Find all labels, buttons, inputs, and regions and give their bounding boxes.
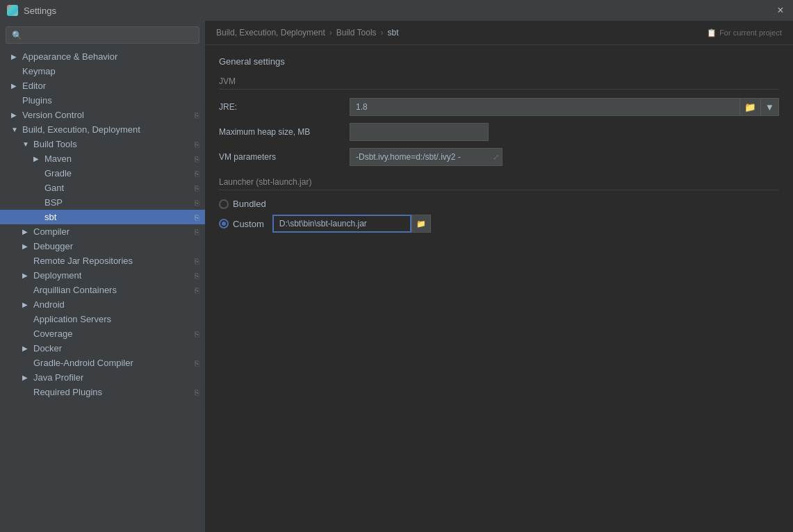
sidebar-item-label: sbt [44, 212, 56, 222]
sidebar-item-editor[interactable]: ▶ Editor [0, 78, 205, 93]
sidebar-item-label: Version Control [22, 110, 84, 120]
sidebar-item-gradle-android[interactable]: Gradle-Android Compiler ⎘ [0, 356, 205, 370]
sidebar-item-gradle[interactable]: Gradle ⎘ [0, 166, 205, 181]
launcher-section: Launcher (sbt-launch.jar) Bundled Custom [219, 177, 779, 233]
custom-row: Custom 📁 [219, 215, 779, 233]
arrow-icon: ▼ [11, 126, 19, 133]
copy-icon: ⎘ [195, 184, 199, 192]
sidebar-item-label: BSP [44, 197, 63, 208]
sidebar: 🔍 ▶ Appearance & Behavior Keymap ▶ Edito… [0, 21, 205, 532]
project-label: 📋 For current project [707, 28, 782, 38]
sidebar-item-build-execution[interactable]: ▼ Build, Execution, Deployment [0, 122, 205, 137]
arrow-icon: ▶ [22, 228, 31, 235]
search-icon: 🔍 [12, 31, 22, 40]
sidebar-item-docker[interactable]: ▶ Docker [0, 341, 205, 356]
sidebar-item-android[interactable]: ▶ Android [0, 297, 205, 312]
right-panel: Build, Execution, Deployment › Build Too… [205, 21, 793, 532]
sidebar-item-label: Deployment [33, 270, 81, 281]
sidebar-item-label: Required Plugins [33, 387, 102, 397]
folder-icon: 📁 [744, 102, 756, 113]
vm-params-label: VM parameters [219, 152, 344, 162]
custom-radio-button[interactable] [219, 219, 229, 228]
sidebar-item-version-control[interactable]: ▶ Version Control ⎘ [0, 108, 205, 122]
sidebar-item-label: Compiler [33, 226, 70, 237]
sidebar-item-arquillian[interactable]: Arquillian Containers ⎘ [0, 283, 205, 297]
sidebar-item-remote-jar[interactable]: Remote Jar Repositories ⎘ [0, 253, 205, 268]
vm-params-container: -Dsbt.ivy.home=d:/sbt/.ivy2 - ⤢ [350, 148, 502, 166]
sidebar-item-build-tools[interactable]: ▼ Build Tools ⎘ [0, 137, 205, 151]
sidebar-item-label: Keymap [22, 66, 56, 76]
copy-icon: ⎘ [195, 169, 199, 178]
arrow-icon: ▶ [22, 374, 31, 381]
copy-icon: ⎘ [195, 257, 199, 265]
sidebar-item-appearance[interactable]: ▶ Appearance & Behavior [0, 49, 205, 64]
sidebar-item-compiler[interactable]: ▶ Compiler ⎘ [0, 224, 205, 239]
sidebar-item-plugins[interactable]: Plugins [0, 93, 205, 108]
chevron-down-icon: ▼ [765, 102, 774, 113]
jre-container: 📁 ▼ [350, 98, 779, 116]
close-button[interactable]: × [775, 5, 786, 16]
title-bar-left: Settings [7, 5, 56, 16]
sidebar-item-label: Application Servers [33, 314, 111, 324]
sidebar-item-label: Plugins [22, 95, 52, 106]
arrow-icon: ▶ [22, 301, 31, 308]
sidebar-item-app-servers[interactable]: Application Servers [0, 312, 205, 326]
copy-icon: ⎘ [195, 199, 199, 207]
jre-row: JRE: 📁 ▼ [219, 98, 779, 116]
custom-label: Custom [233, 219, 264, 229]
copy-icon: ⎘ [195, 286, 199, 294]
bundled-radio-button[interactable] [219, 199, 229, 209]
max-heap-row: Maximum heap size, MB [219, 123, 779, 141]
copy-icon: ⎘ [195, 359, 199, 367]
sidebar-item-java-profiler[interactable]: ▶ Java Profiler [0, 370, 205, 385]
jre-dropdown-button[interactable]: ▼ [761, 98, 779, 116]
sidebar-item-bsp[interactable]: BSP ⎘ [0, 195, 205, 210]
sidebar-item-keymap[interactable]: Keymap [0, 64, 205, 78]
folder-icon: 📁 [416, 219, 426, 228]
jre-label: JRE: [219, 102, 344, 112]
section-title: General settings [219, 56, 779, 67]
expand-icon[interactable]: ⤢ [493, 153, 499, 162]
breadcrumb-sep1: › [329, 28, 332, 38]
main-content: 🔍 ▶ Appearance & Behavior Keymap ▶ Edito… [0, 21, 793, 532]
sidebar-item-label: Remote Jar Repositories [33, 256, 133, 266]
custom-browse-button[interactable]: 📁 [411, 215, 431, 233]
breadcrumb-part1: Build, Execution, Deployment [216, 28, 325, 38]
arrow-icon: ▶ [11, 111, 19, 119]
sidebar-item-coverage[interactable]: Coverage ⎘ [0, 326, 205, 341]
max-heap-input[interactable] [350, 123, 489, 141]
sidebar-item-gant[interactable]: Gant ⎘ [0, 181, 205, 195]
custom-radio-label[interactable]: Custom [219, 219, 264, 229]
project-label-text: For current project [719, 28, 782, 37]
app-icon [7, 5, 18, 16]
sidebar-item-required-plugins[interactable]: Required Plugins ⎘ [0, 385, 205, 399]
sidebar-item-label: Build, Execution, Deployment [22, 124, 140, 135]
search-input[interactable] [26, 30, 193, 40]
title-bar: Settings × [0, 0, 793, 21]
breadcrumb-part3: sbt [388, 28, 399, 38]
sidebar-item-maven[interactable]: ▶ Maven ⎘ [0, 151, 205, 166]
arrow-icon: ▶ [22, 344, 31, 352]
sidebar-item-sbt[interactable]: sbt ⎘ [0, 210, 205, 224]
custom-path-input[interactable] [272, 215, 411, 233]
sidebar-item-label: Gradle [44, 168, 72, 178]
copy-icon: ⎘ [195, 213, 199, 222]
sidebar-item-debugger[interactable]: ▶ Debugger [0, 239, 205, 253]
sidebar-item-label: Coverage [33, 329, 72, 339]
copy-icon: ⎘ [195, 272, 199, 280]
sidebar-item-label: Android [33, 299, 65, 310]
jre-input[interactable] [350, 98, 740, 116]
jre-browse-button[interactable]: 📁 [740, 98, 761, 116]
sidebar-item-deployment[interactable]: ▶ Deployment ⎘ [0, 268, 205, 283]
copy-icon: ⎘ [195, 140, 199, 149]
bundled-label: Bundled [233, 199, 266, 209]
search-box[interactable]: 🔍 [6, 26, 199, 44]
max-heap-label: Maximum heap size, MB [219, 127, 344, 137]
bundled-radio-label[interactable]: Bundled [219, 199, 266, 209]
arrow-icon: ▶ [22, 242, 31, 250]
vm-params-row: VM parameters -Dsbt.ivy.home=d:/sbt/.ivy… [219, 148, 779, 166]
breadcrumb: Build, Execution, Deployment › Build Too… [205, 21, 793, 45]
breadcrumb-part2: Build Tools [336, 28, 377, 38]
bundled-row: Bundled [219, 199, 779, 209]
custom-input-container: 📁 [272, 215, 431, 233]
